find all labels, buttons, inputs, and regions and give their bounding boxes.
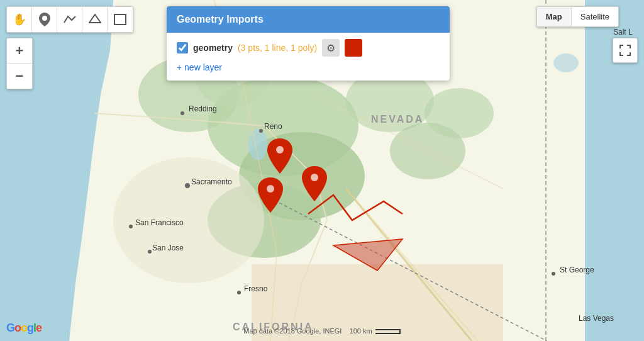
geometry-panel-title: Geometry Imports — [177, 14, 264, 25]
svg-text:NEVADA: NEVADA — [371, 114, 424, 125]
svg-text:Fresno: Fresno — [244, 284, 268, 293]
drawing-toolbar: ✋ — [6, 6, 133, 33]
zoom-controls: + − — [6, 38, 33, 89]
svg-text:St George: St George — [560, 266, 594, 274]
geometry-panel-header: Geometry Imports — [167, 6, 450, 33]
svg-point-9 — [425, 88, 494, 138]
geometry-panel: Geometry Imports geometry (3 pts, 1 line… — [167, 6, 450, 81]
svg-text:San Jose: San Jose — [152, 243, 184, 252]
svg-rect-38 — [114, 14, 126, 25]
svg-point-16 — [185, 183, 190, 188]
svg-point-15 — [259, 129, 263, 133]
svg-text:Las Vegas: Las Vegas — [579, 314, 614, 323]
svg-text:San Francisco: San Francisco — [135, 218, 184, 227]
rectangle-tool-button[interactable] — [108, 7, 133, 32]
map-type-map-button[interactable]: Map — [537, 7, 572, 26]
svg-point-14 — [180, 111, 184, 115]
layer-checkbox[interactable] — [177, 42, 188, 53]
geometry-panel-body: geometry (3 pts, 1 line, 1 poly) ⚙ + new… — [167, 33, 450, 81]
hand-tool-button[interactable]: ✋ — [7, 7, 32, 32]
svg-point-19 — [237, 291, 241, 294]
map-type-satellite-button[interactable]: Satellite — [572, 7, 618, 26]
map-type-controls: Map Satellite — [536, 6, 619, 27]
marker-tool-button[interactable] — [32, 7, 57, 32]
map-attribution: Map data ©2018 Google, INEGI 100 km — [0, 327, 644, 335]
fullscreen-button[interactable] — [613, 38, 638, 63]
map-border-line — [545, 0, 547, 341]
layer-settings-button[interactable]: ⚙ — [322, 39, 340, 57]
svg-text:Salt L: Salt L — [613, 28, 633, 36]
geometry-layer-row: geometry (3 pts, 1 line, 1 poly) ⚙ — [177, 39, 440, 57]
svg-point-37 — [42, 16, 47, 21]
svg-point-20 — [552, 272, 555, 276]
svg-point-13 — [553, 53, 579, 72]
zoom-in-button[interactable]: + — [7, 38, 32, 64]
map-container: Redding Reno Sacramento San Francisco Sa… — [0, 0, 644, 341]
polygon-tool-button[interactable] — [82, 7, 108, 32]
line-tool-button[interactable] — [57, 7, 82, 32]
layer-info: (3 pts, 1 line, 1 poly) — [238, 43, 317, 53]
svg-text:Redding: Redding — [189, 104, 217, 113]
svg-point-17 — [129, 225, 133, 228]
layer-color-button[interactable] — [345, 39, 362, 57]
scale-label: 100 km — [350, 327, 372, 335]
svg-point-18 — [148, 250, 152, 254]
new-layer-link[interactable]: + new layer — [177, 62, 222, 72]
svg-text:Reno: Reno — [264, 122, 282, 131]
svg-text:Sacramento: Sacramento — [191, 177, 232, 186]
layer-name: geometry — [193, 43, 233, 53]
zoom-out-button[interactable]: − — [7, 64, 32, 89]
